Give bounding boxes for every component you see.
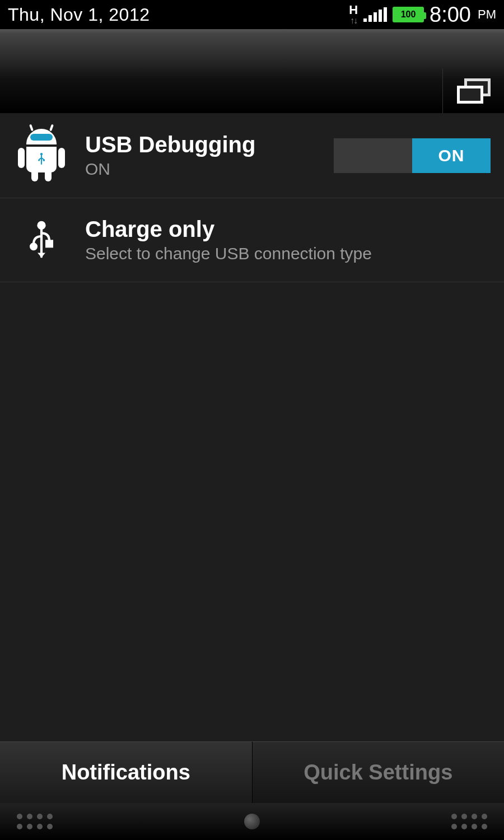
- shade-header: [0, 29, 504, 113]
- notification-charge-only[interactable]: Charge only Select to change USB connect…: [0, 198, 504, 282]
- svg-point-0: [40, 153, 43, 155]
- network-type-indicator: H ↑↓: [349, 4, 358, 25]
- notification-title: Charge only: [85, 217, 491, 242]
- recent-apps-button[interactable]: [442, 68, 504, 113]
- data-arrows-icon: ↑↓: [350, 16, 357, 25]
- notification-shade: Thu, Nov 1, 2012 H ↑↓ 100 8:00 PM: [0, 0, 504, 840]
- notification-text: Charge only Select to change USB connect…: [85, 217, 491, 263]
- network-type-label: H: [349, 4, 358, 16]
- tab-notifications[interactable]: Notifications: [0, 741, 252, 803]
- status-ampm: PM: [478, 7, 496, 22]
- usb-debugging-toggle[interactable]: ON: [334, 138, 491, 173]
- battery-level: 100: [401, 10, 416, 20]
- notification-list: USB Debugging ON ON Charge o: [0, 113, 504, 741]
- status-date: Thu, Nov 1, 2012: [8, 4, 150, 25]
- svg-point-5: [31, 244, 36, 249]
- status-clock: 8:00: [430, 3, 471, 27]
- toggle-on-label: ON: [412, 138, 491, 173]
- svg-point-1: [38, 159, 40, 161]
- svg-rect-6: [46, 241, 52, 246]
- dock-dots-left-icon: [17, 814, 53, 829]
- dock-dots-right-icon: [451, 814, 487, 829]
- notification-subtitle: ON: [85, 160, 318, 179]
- status-bar: Thu, Nov 1, 2012 H ↑↓ 100 8:00 PM: [0, 0, 504, 29]
- tab-label: Quick Settings: [304, 760, 452, 785]
- android-debug-icon: [13, 129, 69, 182]
- battery-icon: 100: [393, 7, 424, 22]
- home-indicator-icon[interactable]: [244, 814, 260, 829]
- status-right: H ↑↓ 100 8:00 PM: [349, 3, 496, 27]
- usb-icon: [13, 221, 69, 260]
- notification-subtitle: Select to change USB connection type: [85, 244, 491, 263]
- shade-tabs: Notifications Quick Settings: [0, 741, 504, 803]
- tab-label: Notifications: [62, 760, 190, 785]
- notification-text: USB Debugging ON: [85, 132, 318, 179]
- nav-dock: [0, 803, 504, 840]
- notification-title: USB Debugging: [85, 132, 318, 157]
- signal-strength-icon: [363, 7, 387, 22]
- svg-rect-2: [43, 159, 45, 161]
- notification-usb-debugging[interactable]: USB Debugging ON ON: [0, 113, 504, 198]
- status-left: Thu, Nov 1, 2012: [8, 4, 349, 25]
- tab-quick-settings[interactable]: Quick Settings: [252, 741, 505, 803]
- recent-apps-icon: [457, 78, 491, 104]
